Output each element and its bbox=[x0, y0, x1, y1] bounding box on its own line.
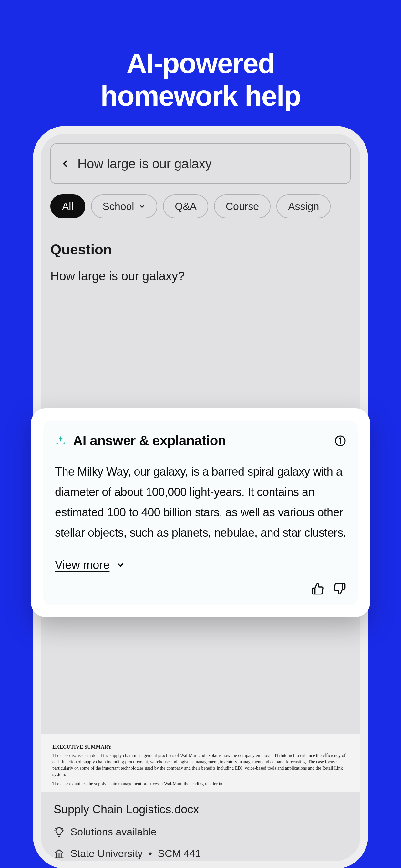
ai-answer-card: AI answer & explanation The Milky Way, o… bbox=[31, 408, 370, 617]
filter-label: All bbox=[62, 200, 73, 213]
doc-preview-title: EXECUTIVE SUMMARY bbox=[52, 744, 349, 750]
institution-icon bbox=[54, 848, 65, 859]
filter-chip-school[interactable]: School bbox=[91, 194, 158, 218]
document-preview: EXECUTIVE SUMMARY The case discusses in … bbox=[41, 734, 360, 797]
doc-solutions-text: Solutions available bbox=[70, 826, 157, 838]
question-section-label: Question bbox=[50, 242, 351, 258]
document-filename: Supply Chain Logistics.docx bbox=[54, 803, 347, 816]
view-more-row[interactable]: View more bbox=[55, 558, 346, 572]
feedback-row bbox=[55, 582, 346, 595]
back-chevron-icon[interactable] bbox=[60, 159, 70, 168]
filter-row: All School Q&A Course Assign bbox=[50, 194, 351, 218]
question-text: How large is our galaxy? bbox=[50, 269, 351, 283]
chevron-down-icon bbox=[116, 561, 125, 569]
filter-label: Course bbox=[226, 200, 259, 213]
ai-answer-body: The Milky Way, our galaxy, is a barred s… bbox=[55, 461, 346, 543]
headline: AI-powered homework help bbox=[0, 0, 401, 112]
info-icon[interactable] bbox=[335, 435, 346, 446]
view-more-link[interactable]: View more bbox=[55, 558, 110, 572]
filter-chip-all[interactable]: All bbox=[50, 194, 85, 218]
ai-answer-title: AI answer & explanation bbox=[73, 433, 328, 448]
filter-chip-assignment[interactable]: Assign bbox=[276, 194, 331, 218]
sparkle-icon bbox=[55, 435, 66, 446]
filter-label: Q&A bbox=[175, 200, 197, 213]
filter-label: Assign bbox=[288, 200, 319, 213]
doc-school-row: State University • SCM 441 bbox=[54, 848, 347, 860]
headline-line2: homework help bbox=[100, 80, 300, 112]
document-info[interactable]: Supply Chain Logistics.docx Solutions av… bbox=[41, 793, 360, 868]
search-bar[interactable]: How large is our galaxy bbox=[50, 144, 351, 184]
svg-line-3 bbox=[62, 828, 63, 829]
doc-preview-subline: The case examines the supply chain manag… bbox=[52, 781, 349, 787]
search-query-text: How large is our galaxy bbox=[78, 157, 212, 171]
headline-line1: AI-powered bbox=[126, 47, 274, 79]
svg-point-10 bbox=[340, 438, 341, 439]
doc-school-name: State University bbox=[70, 848, 143, 859]
thumbs-down-icon[interactable] bbox=[333, 582, 346, 595]
doc-solutions-row: Solutions available bbox=[54, 826, 347, 838]
filter-chip-course[interactable]: Course bbox=[214, 194, 271, 218]
doc-school-text: State University • SCM 441 bbox=[70, 848, 201, 860]
doc-course-code: SCM 441 bbox=[158, 848, 201, 859]
ai-answer-header: AI answer & explanation bbox=[55, 433, 346, 448]
lightbulb-icon bbox=[54, 827, 65, 838]
filter-label: School bbox=[103, 200, 134, 213]
thumbs-up-icon[interactable] bbox=[311, 582, 324, 595]
ai-answer-inner: AI answer & explanation The Milky Way, o… bbox=[43, 421, 358, 605]
chevron-down-icon bbox=[138, 203, 146, 210]
doc-preview-body: The case discusses in detail the supply … bbox=[52, 752, 349, 778]
svg-line-2 bbox=[56, 828, 56, 829]
filter-chip-qa[interactable]: Q&A bbox=[163, 194, 208, 218]
